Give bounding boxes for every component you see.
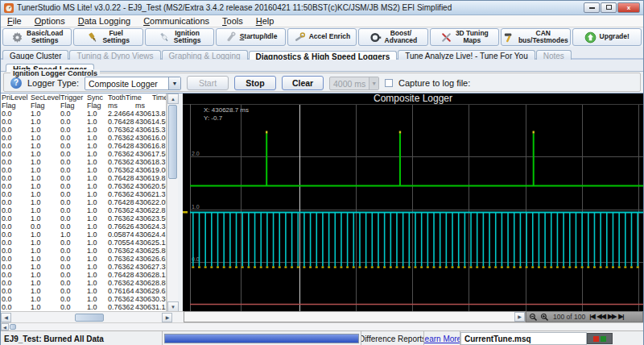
toolbar-button-upgrade[interactable]: Upgrade! <box>572 28 642 46</box>
table-cell[interactable]: 430624.4 <box>134 231 167 239</box>
table-cell[interactable]: 430616.06 <box>134 134 167 142</box>
clear-button[interactable]: Clear <box>282 76 324 90</box>
table-cell[interactable]: 0.0 <box>1 158 30 166</box>
prev-page-button[interactable]: ◀◀ <box>597 312 605 322</box>
table-cell[interactable]: 430623.56 <box>134 214 167 222</box>
vscroll-thumb[interactable] <box>168 105 177 179</box>
table-cell[interactable]: 0.0 <box>60 158 86 166</box>
menu-item-file[interactable]: File <box>1 15 28 27</box>
table-cell[interactable]: 1.0 <box>30 303 60 311</box>
table-cell[interactable]: 1.0 <box>86 118 107 126</box>
capture-checkbox[interactable] <box>385 79 393 87</box>
table-cell[interactable]: 0.0 <box>1 279 30 287</box>
table-cell[interactable]: 0.76428 <box>107 271 134 279</box>
table-cell[interactable]: 1.0 <box>30 279 60 287</box>
menu-item-communications[interactable]: Communications <box>137 15 216 27</box>
table-cell[interactable]: 0.76428 <box>107 174 134 182</box>
table-cell[interactable]: 1.0 <box>60 231 86 239</box>
table-cell[interactable]: 0.0 <box>60 174 86 182</box>
table-cell[interactable]: 1.0 <box>30 263 60 271</box>
table-cell[interactable]: 0.76626 <box>107 222 134 231</box>
table-cell[interactable]: 0.76362 <box>107 134 134 142</box>
panel-hscroll-thumb[interactable] <box>10 324 16 330</box>
table-cell[interactable]: 1.0 <box>30 287 60 295</box>
table-cell[interactable]: 1.0 <box>30 158 60 166</box>
table-cell[interactable]: 0.0 <box>1 295 30 303</box>
table-cell[interactable]: 430630.38 <box>134 295 167 303</box>
table-cell[interactable]: 0.0 <box>1 214 30 222</box>
table-cell[interactable]: 0.0 <box>60 214 86 222</box>
table-cell[interactable]: 0.0 <box>60 271 86 279</box>
table-cell[interactable]: 1.0 <box>30 247 60 255</box>
table-cell[interactable]: 1.0 <box>86 263 107 271</box>
table-cell[interactable]: 0.76362 <box>107 126 134 134</box>
table-cell[interactable]: 2.24664 <box>107 110 134 118</box>
table-cell[interactable]: 0.0 <box>60 198 86 206</box>
table-cell[interactable]: 1.0 <box>30 190 60 198</box>
table-cell[interactable]: 1.0 <box>30 206 60 214</box>
table-cell[interactable]: 0.0 <box>1 287 30 295</box>
table-cell[interactable]: 0.76362 <box>107 295 134 303</box>
table-cell[interactable]: 0.0 <box>60 142 86 150</box>
table-cell[interactable]: 1.0 <box>30 198 60 206</box>
zoom-out-icon[interactable] <box>529 313 538 322</box>
table-cell[interactable]: 1.0 <box>30 231 60 239</box>
table-cell[interactable]: 430613.8 <box>134 110 167 118</box>
table-cell[interactable]: 0.0 <box>60 247 86 255</box>
table-cell[interactable]: 1.0 <box>30 255 60 263</box>
table-cell[interactable]: 0.0 <box>60 295 86 303</box>
stop-button[interactable]: Stop <box>234 76 276 90</box>
table-cell[interactable]: 1.0 <box>30 295 60 303</box>
help-icon[interactable]: ? <box>10 77 22 89</box>
table-cell[interactable]: 1.0 <box>30 166 60 174</box>
table-cell[interactable]: 430625.88 <box>134 247 167 255</box>
table-cell[interactable]: 0.0 <box>1 182 30 190</box>
table-cell[interactable]: 1.0 <box>86 182 107 190</box>
table-cell[interactable]: 1.0 <box>86 303 107 311</box>
table-cell[interactable]: 1.0 <box>30 118 60 126</box>
table-cell[interactable]: 430616.8 <box>134 142 167 150</box>
table-cell[interactable]: 0.76362 <box>107 263 134 271</box>
table-cell[interactable]: 1.0 <box>86 206 107 214</box>
composite-logger-chart[interactable]: 2.01.00.0Composite LoggerX: 430628.7 msY… <box>183 94 643 312</box>
table-cell[interactable]: 1.0 <box>86 279 107 287</box>
table-cell[interactable]: 1.0 <box>86 134 107 142</box>
panel-hscrollbar[interactable]: ◀ <box>1 322 643 330</box>
table-cell[interactable]: 0.0 <box>1 134 30 142</box>
chevron-down-icon[interactable]: ▼ <box>168 77 180 89</box>
table-cell[interactable]: 0.0 <box>1 222 30 231</box>
table-cell[interactable]: 0.0 <box>1 142 30 150</box>
menu-item-options[interactable]: Options <box>28 15 72 27</box>
table-cell[interactable]: 0.0 <box>60 222 86 231</box>
title-bar[interactable]: TunerStudio MS Lite! v3.0.22 - EJ9_Test … <box>1 1 643 15</box>
table-cell[interactable]: 0.76362 <box>107 279 134 287</box>
table-cell[interactable]: 0.0 <box>1 231 30 239</box>
menu-item-help[interactable]: Help <box>250 15 281 27</box>
logger-type-combo[interactable]: Composite Logger ▼ <box>85 77 181 90</box>
table-cell[interactable]: 430615.3 <box>134 126 167 134</box>
table-cell[interactable]: 1.0 <box>86 255 107 263</box>
toolbar-button-3d-tuning-maps[interactable]: 3D TuningMaps <box>430 28 499 46</box>
maximize-button[interactable] <box>601 2 617 13</box>
table-cell[interactable]: 1.0 <box>86 222 107 231</box>
table-cell[interactable]: 1.0 <box>86 287 107 295</box>
table-cell[interactable]: 1.0 <box>86 126 107 134</box>
table-cell[interactable]: 0.0 <box>1 174 30 182</box>
table-cell[interactable]: 0.0 <box>60 303 86 311</box>
table-cell[interactable]: 0.76362 <box>107 247 134 255</box>
table-cell[interactable]: 430626.62 <box>134 255 167 263</box>
table-cell[interactable]: 430628.12 <box>134 271 167 279</box>
table-cell[interactable]: 1.0 <box>86 158 107 166</box>
table-cell[interactable]: 0.0 <box>60 239 86 247</box>
table-cell[interactable]: 0.76362 <box>107 303 134 311</box>
table-cell[interactable]: 0.0 <box>60 150 86 158</box>
table-cell[interactable]: 0.70554 <box>107 239 134 247</box>
scroll-left-icon[interactable]: ◀ <box>1 313 11 322</box>
table-cell[interactable]: 0.05874 <box>107 231 134 239</box>
table-cell[interactable]: 1.0 <box>86 166 107 174</box>
scroll-up-icon[interactable]: ▲ <box>167 94 179 104</box>
table-cell[interactable]: 0.0 <box>60 206 86 214</box>
table-cell[interactable]: 430619.8 <box>134 174 167 182</box>
current-tune-field[interactable]: CurrentTune.msq <box>460 332 587 345</box>
table-cell[interactable]: 430617.56 <box>134 150 167 158</box>
